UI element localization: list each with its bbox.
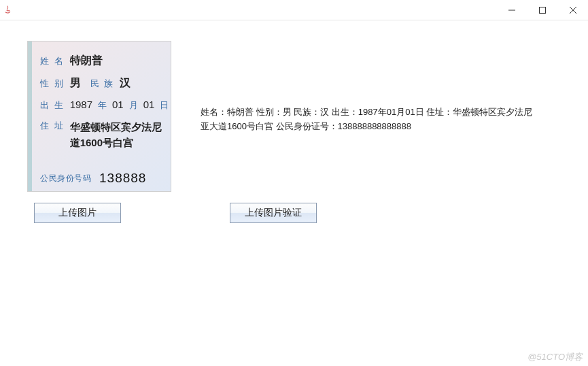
name-value: 特朗普 xyxy=(70,54,103,68)
title-bar xyxy=(0,0,588,20)
birth-day: 01 xyxy=(143,99,155,110)
sex-value: 男 xyxy=(70,76,85,90)
ocr-result-text: 姓名：特朗普 性别：男 民族：汉 出生：1987年01月01日 住址：华盛顿特区… xyxy=(201,105,540,134)
maximize-button[interactable] xyxy=(527,1,557,20)
close-button[interactable] xyxy=(557,1,588,20)
upload-verify-button[interactable]: 上传图片验证 xyxy=(230,203,317,223)
birth-year: 1987 xyxy=(70,99,92,110)
birth-year-suffix: 年 xyxy=(98,99,107,112)
minimize-button[interactable] xyxy=(496,1,527,20)
id-card-image: 姓 名 特朗普 性 别 男 民 族 汉 出 生 1987 年 01 月 01 日… xyxy=(27,41,171,192)
buttons-row: 上传图片 上传图片验证 xyxy=(0,203,588,223)
birth-day-suffix: 日 xyxy=(160,99,169,112)
java-app-icon xyxy=(3,5,14,16)
idnum-label: 公民身份号码 xyxy=(40,173,91,184)
upload-image-button[interactable]: 上传图片 xyxy=(34,203,121,223)
watermark: @51CTO博客 xyxy=(528,351,583,363)
birth-month-suffix: 月 xyxy=(129,99,138,112)
addr-label: 住 址 xyxy=(40,120,65,132)
ethnic-value: 汉 xyxy=(120,76,131,90)
window-controls xyxy=(496,1,588,20)
birth-label: 出 生 xyxy=(40,99,65,112)
addr-value: 华盛顿特区宾夕法尼 道1600号白宫 xyxy=(70,120,162,150)
left-column: 姓 名 特朗普 性 别 男 民 族 汉 出 生 1987 年 01 月 01 日… xyxy=(27,41,173,192)
birth-month: 01 xyxy=(112,99,124,110)
ethnic-label: 民 族 xyxy=(90,78,115,90)
sex-label: 性 别 xyxy=(40,78,65,90)
idnum-value: 138888 xyxy=(99,171,146,186)
name-label: 姓 名 xyxy=(40,55,65,67)
svg-rect-1 xyxy=(539,7,545,13)
right-column: 姓名：特朗普 性别：男 民族：汉 出生：1987年01月01日 住址：华盛顿特区… xyxy=(201,41,540,134)
content-area: 姓 名 特朗普 性 别 男 民 族 汉 出 生 1987 年 01 月 01 日… xyxy=(0,20,588,192)
